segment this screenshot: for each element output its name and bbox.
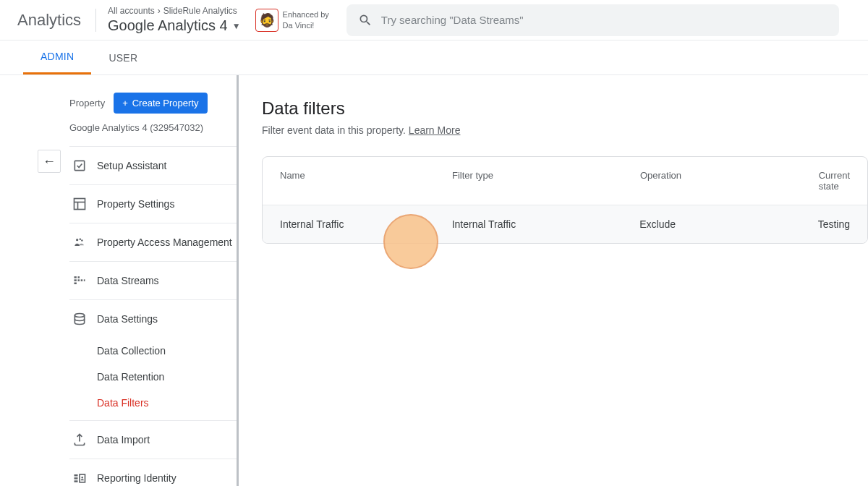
- col-header-operation: Operation: [623, 170, 801, 192]
- sidebar-header: Property + Create Property: [69, 93, 237, 114]
- tabs: ADMIN USER: [0, 40, 868, 75]
- extension-badge[interactable]: 🧔 Enhanced by Da Vinci!: [255, 9, 329, 32]
- sidebar-item-data-settings[interactable]: Data Settings: [69, 300, 237, 338]
- people-icon: [72, 235, 87, 250]
- col-header-state: Current state: [801, 170, 867, 192]
- col-header-name: Name: [263, 170, 435, 192]
- property-name: Google Analytics 4: [108, 17, 228, 34]
- davinci-icon: 🧔: [255, 9, 278, 32]
- sidebar-item-label: Data Settings: [97, 313, 158, 325]
- sidebar-item-label: Data Streams: [97, 275, 159, 286]
- checkbox-icon: [72, 158, 87, 173]
- search-bar[interactable]: [346, 4, 839, 36]
- svg-rect-8: [75, 279, 77, 281]
- svg-rect-9: [75, 283, 77, 285]
- extension-text: Enhanced by Da Vinci!: [283, 9, 329, 30]
- create-btn-label: Create Property: [132, 98, 199, 108]
- cell-state: Testing: [801, 218, 867, 230]
- svg-rect-12: [81, 279, 83, 281]
- svg-rect-16: [75, 477, 78, 479]
- stream-icon: [72, 273, 87, 288]
- sidebar-item-access-management[interactable]: Property Access Management: [69, 223, 237, 262]
- property-selector[interactable]: Google Analytics 4 ▼: [108, 17, 241, 34]
- upload-icon: [72, 432, 87, 447]
- data-filters-table: Name Filter type Operation Current state…: [262, 156, 868, 244]
- plus-icon: +: [122, 98, 128, 108]
- search-icon: [358, 13, 373, 27]
- layout-icon: [72, 197, 87, 211]
- svg-rect-7: [75, 276, 77, 278]
- svg-rect-10: [78, 276, 80, 278]
- sidebar-item-reporting-identity[interactable]: Reporting Identity: [69, 459, 237, 486]
- data-settings-submenu: Data Collection Data Retention Data Filt…: [69, 338, 237, 421]
- sidebar-item-label: Reporting Identity: [97, 472, 176, 484]
- sidebar-subitem-data-retention[interactable]: Data Retention: [69, 364, 237, 390]
- sidebar-item-label: Property Access Management: [97, 236, 232, 249]
- sidebar-item-label: Data Import: [97, 434, 150, 446]
- sidebar-item-label: Setup Assistant: [97, 160, 167, 171]
- chevron-right-icon: ›: [158, 6, 161, 16]
- svg-point-19: [82, 477, 84, 479]
- tab-user[interactable]: USER: [91, 40, 155, 74]
- cell-name: Internal Traffic: [263, 218, 435, 230]
- divider: [95, 9, 96, 32]
- logo-text: Analytics: [17, 11, 81, 30]
- sidebar: Property + Create Property Google Analyt…: [0, 75, 239, 486]
- svg-rect-15: [75, 474, 78, 477]
- svg-rect-17: [75, 480, 78, 482]
- app-header: Analytics All accounts › SlideRule Analy…: [0, 0, 868, 40]
- svg-rect-13: [84, 279, 85, 281]
- svg-point-6: [81, 239, 83, 242]
- main-content: ← Property + Create Property Google Anal…: [0, 75, 868, 486]
- page-title: Data filters: [262, 98, 868, 119]
- breadcrumb-account: SlideRule Analytics: [163, 6, 237, 16]
- property-id: Google Analytics 4 (329547032): [69, 122, 237, 147]
- svg-point-5: [80, 239, 82, 241]
- svg-rect-0: [75, 161, 84, 170]
- svg-rect-1: [75, 199, 85, 210]
- sidebar-item-data-streams[interactable]: Data Streams: [69, 262, 237, 300]
- sidebar-item-data-import[interactable]: Data Import: [69, 421, 237, 459]
- breadcrumb-section[interactable]: All accounts › SlideRule Analytics Googl…: [99, 6, 250, 34]
- database-icon: [72, 312, 87, 326]
- table-row[interactable]: Internal Traffic Internal Traffic Exclud…: [263, 205, 867, 243]
- breadcrumb: All accounts › SlideRule Analytics: [108, 6, 241, 16]
- create-property-button[interactable]: + Create Property: [114, 93, 207, 114]
- sidebar-item-property-settings[interactable]: Property Settings: [69, 185, 237, 223]
- arrow-left-icon: ←: [43, 154, 56, 169]
- dropdown-icon: ▼: [232, 21, 241, 31]
- property-label: Property: [69, 98, 105, 108]
- svg-rect-11: [78, 279, 80, 281]
- sidebar-item-label: Property Settings: [97, 198, 174, 210]
- search-input[interactable]: [381, 14, 827, 26]
- cell-type: Internal Traffic: [435, 218, 623, 230]
- col-header-type: Filter type: [435, 170, 623, 192]
- identity-icon: [72, 471, 87, 485]
- logo-section: Analytics: [6, 11, 93, 30]
- page-content: Data filters Filter event data in this p…: [239, 75, 868, 486]
- tab-admin[interactable]: ADMIN: [23, 40, 91, 74]
- table-header: Name Filter type Operation Current state: [263, 157, 867, 205]
- svg-point-14: [75, 314, 84, 317]
- sidebar-item-setup-assistant[interactable]: Setup Assistant: [69, 147, 237, 185]
- svg-point-4: [76, 239, 78, 241]
- cell-operation: Exclude: [622, 218, 800, 230]
- breadcrumb-prefix: All accounts: [108, 6, 155, 16]
- learn-more-link[interactable]: Learn More: [409, 124, 461, 136]
- sidebar-subitem-data-filters[interactable]: Data Filters: [69, 390, 237, 416]
- page-subtitle: Filter event data in this property. Lear…: [262, 124, 868, 136]
- sidebar-subitem-data-collection[interactable]: Data Collection: [69, 338, 237, 364]
- collapse-sidebar-button[interactable]: ←: [38, 150, 61, 173]
